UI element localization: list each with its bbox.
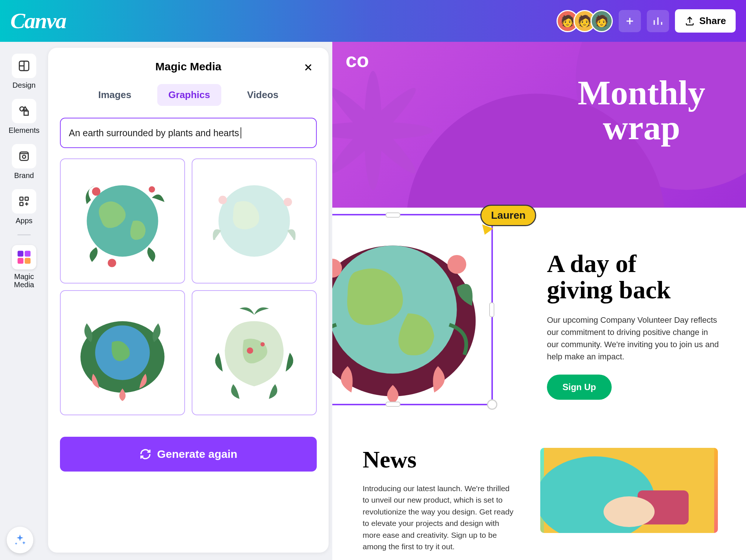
news-image[interactable]	[540, 448, 718, 533]
svg-rect-5	[25, 197, 28, 201]
rail-apps[interactable]: Apps	[10, 186, 38, 228]
canva-logo[interactable]: Canva	[10, 8, 66, 34]
add-collaborator-button[interactable]	[619, 10, 641, 32]
svg-point-20	[247, 348, 253, 354]
brand-icon	[18, 150, 30, 162]
rail-label: Magic Media	[14, 272, 34, 289]
hero-title-line: wrap	[578, 110, 705, 145]
prompt-input[interactable]: An earth surrounded by plants and hearts	[60, 118, 317, 148]
share-label: Share	[699, 15, 726, 27]
close-button[interactable]	[303, 62, 314, 76]
earth-graphic-icon[interactable]	[332, 215, 491, 404]
hero-section: co Monthly wrap	[332, 42, 746, 208]
hero-title[interactable]: Monthly wrap	[578, 75, 705, 145]
svg-rect-8	[25, 251, 31, 257]
media-tabs: Images Graphics Videos	[48, 81, 329, 107]
rail-divider	[17, 234, 31, 235]
svg-rect-2	[24, 111, 28, 115]
refresh-icon	[140, 448, 151, 460]
photo-placeholder-icon	[540, 448, 718, 533]
resize-handle[interactable]	[489, 302, 494, 317]
generate-again-button[interactable]: Generate again	[60, 437, 317, 472]
prompt-value: An earth surrounded by plants and hearts	[69, 128, 239, 138]
resize-handle[interactable]	[386, 212, 400, 218]
result-tile[interactable]	[192, 290, 317, 415]
rail-brand[interactable]: Brand	[10, 141, 38, 182]
svg-point-29	[447, 255, 466, 274]
article-body[interactable]: Our upcoming Company Volunteer Day refle…	[547, 314, 720, 363]
panel-title: Magic Media	[155, 60, 221, 73]
svg-rect-6	[20, 202, 23, 206]
rail-label: Brand	[14, 171, 34, 180]
heading-line: giving back	[547, 277, 720, 303]
svg-rect-4	[20, 197, 23, 201]
plus-icon	[624, 16, 635, 27]
doc-logo: co	[346, 48, 369, 71]
rail-elements[interactable]: Elements	[10, 96, 38, 137]
result-tile[interactable]	[192, 158, 317, 284]
document[interactable]: co Monthly wrap	[332, 42, 746, 560]
canvas[interactable]: co Monthly wrap	[332, 42, 746, 560]
collaborator-avatars[interactable]: 🧑 🧑 🧑	[557, 10, 613, 32]
svg-point-13	[149, 186, 155, 192]
earth-graphic-icon	[202, 168, 307, 274]
news-body[interactable]: Introducing our latest launch. We're thr…	[363, 483, 518, 553]
earth-graphic-icon	[202, 300, 307, 405]
text-cursor	[241, 127, 241, 138]
sparkle-icon	[13, 533, 27, 547]
rail-label: Apps	[16, 217, 33, 225]
rail-design[interactable]: Design	[10, 51, 38, 92]
article-heading[interactable]: A day of giving back	[547, 251, 720, 304]
left-rail: Design Elements Brand Apps Magic Media	[0, 42, 48, 560]
cursor-arrow-icon	[479, 224, 493, 237]
results-grid	[60, 158, 317, 415]
svg-point-33	[604, 496, 655, 527]
selection-box[interactable]	[332, 214, 493, 405]
collaborator-cursor: Lauren	[480, 205, 536, 235]
magic-media-panel: Magic Media Images Graphics Videos An ea…	[48, 48, 329, 553]
tab-graphics[interactable]: Graphics	[157, 84, 221, 106]
layout-icon	[18, 60, 30, 72]
collaborator-name: Lauren	[480, 205, 536, 226]
earth-graphic-icon	[70, 300, 175, 405]
news-heading[interactable]: News	[363, 448, 518, 472]
close-icon	[303, 62, 314, 73]
hero-title-line: Monthly	[578, 75, 705, 110]
svg-rect-7	[18, 251, 24, 257]
svg-point-21	[261, 342, 265, 346]
avatar[interactable]: 🧑	[591, 10, 613, 32]
tab-videos[interactable]: Videos	[236, 84, 290, 106]
svg-rect-9	[18, 258, 24, 264]
rail-label: Elements	[9, 126, 39, 134]
earth-graphic-icon	[70, 168, 175, 274]
result-tile[interactable]	[60, 158, 185, 284]
svg-point-12	[92, 187, 101, 196]
generate-label: Generate again	[157, 448, 238, 460]
news-section[interactable]: News Introducing our latest launch. We'r…	[332, 415, 746, 553]
apps-icon	[18, 195, 30, 208]
top-bar: Canva 🧑 🧑 🧑 Share	[0, 0, 746, 42]
share-button[interactable]: Share	[675, 9, 736, 33]
result-tile[interactable]	[60, 290, 185, 415]
svg-point-17	[283, 198, 292, 207]
resize-handle[interactable]	[386, 402, 400, 407]
analytics-button[interactable]	[647, 10, 669, 32]
svg-rect-10	[25, 258, 31, 264]
ai-assistant-button[interactable]	[7, 527, 33, 553]
rail-label: Design	[13, 81, 36, 89]
tab-images[interactable]: Images	[87, 84, 142, 106]
signup-button[interactable]: Sign Up	[547, 375, 612, 400]
heading-line: A day of	[547, 251, 720, 277]
decorative-star	[332, 57, 436, 205]
upload-icon	[685, 16, 695, 26]
resize-handle[interactable]	[487, 399, 497, 410]
svg-point-16	[218, 196, 227, 204]
svg-point-14	[108, 259, 116, 267]
svg-point-3	[23, 155, 26, 158]
rail-magic-media[interactable]: Magic Media	[10, 242, 38, 292]
chart-icon	[652, 16, 663, 27]
magic-media-icon	[16, 249, 32, 265]
shapes-icon	[18, 105, 30, 117]
